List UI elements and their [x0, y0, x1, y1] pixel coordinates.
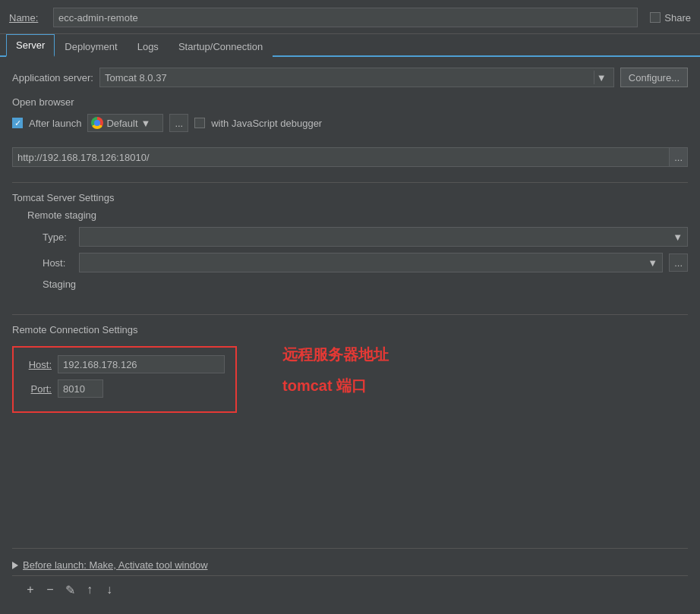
- app-server-select[interactable]: Tomcat 8.0.37 ▼: [99, 68, 614, 87]
- after-launch-label: After launch: [29, 118, 81, 129]
- tabs-row: Server Deployment Logs Startup/Connectio…: [0, 34, 700, 57]
- type-row: Type: ▼: [43, 227, 688, 247]
- bottom-toolbar: + − ✎ ↑ ↓: [12, 575, 688, 603]
- host-row: Host: ▼ ...: [43, 253, 688, 272]
- annotations: 远程服务器地址 tomcat 端口: [282, 345, 389, 396]
- before-launch-label: Before launch: Make, Activate tool windo…: [23, 559, 208, 571]
- conn-port-label: Port:: [24, 383, 52, 395]
- before-launch-row: Before launch: Make, Activate tool windo…: [12, 555, 688, 575]
- url-row: ...: [12, 147, 688, 167]
- type-select[interactable]: ▼: [79, 227, 688, 247]
- tomcat-settings-section: Tomcat Server Settings Remote staging Ty…: [12, 192, 688, 299]
- open-browser-row: ✓ After launch Default ▼ ... with JavaSc…: [12, 114, 688, 132]
- browser-dots-button[interactable]: ...: [169, 114, 188, 132]
- run-configuration-dialog: Name: Share Server Deployment Logs Start…: [0, 0, 700, 614]
- tomcat-settings-label: Tomcat Server Settings: [12, 192, 688, 203]
- conn-host-label: Host:: [24, 359, 52, 370]
- host-dropdown-arrow[interactable]: ▼: [648, 257, 657, 269]
- share-checkbox[interactable]: [650, 12, 661, 23]
- tab-server[interactable]: Server: [6, 34, 55, 57]
- annotation-host-text: 远程服务器地址: [282, 345, 389, 365]
- name-label: Name:: [9, 12, 47, 24]
- edit-button[interactable]: ✎: [61, 581, 79, 599]
- tab-logs[interactable]: Logs: [128, 36, 169, 57]
- conn-host-input[interactable]: [58, 355, 225, 373]
- conn-port-row: Port:: [24, 379, 225, 398]
- remote-conn-label: Remote Connection Settings: [12, 324, 688, 335]
- remote-staging-label: Remote staging: [27, 209, 688, 221]
- annotation-port-text: tomcat 端口: [282, 376, 389, 396]
- move-down-button[interactable]: ↓: [100, 581, 118, 599]
- conn-port-input[interactable]: [58, 379, 103, 398]
- browser-dropdown-arrow[interactable]: ▼: [141, 118, 151, 129]
- after-launch-checkbox[interactable]: ✓: [12, 118, 23, 128]
- name-input[interactable]: [53, 8, 638, 27]
- type-label: Type:: [43, 231, 73, 243]
- url-dots-button[interactable]: ...: [670, 147, 688, 167]
- type-dropdown-arrow[interactable]: ▼: [673, 231, 683, 243]
- remove-button[interactable]: −: [41, 581, 59, 599]
- url-input[interactable]: [12, 147, 670, 167]
- before-launch-section: Before launch: Make, Activate tool windo…: [12, 548, 688, 575]
- move-up-button[interactable]: ↑: [80, 581, 99, 599]
- open-browser-label: Open browser: [12, 96, 688, 108]
- app-server-label: Application server:: [12, 72, 93, 83]
- browser-select[interactable]: Default ▼: [87, 114, 163, 132]
- conn-host-row: Host:: [24, 355, 225, 373]
- app-server-row: Application server: Tomcat 8.0.37 ▼ Conf…: [12, 68, 688, 87]
- host-field-label: Host:: [43, 257, 73, 269]
- tab-startup-connection[interactable]: Startup/Connection: [169, 36, 273, 57]
- remote-connection-section: Remote Connection Settings Host: Port: 远…: [12, 324, 688, 413]
- host-dots-button[interactable]: ...: [669, 253, 688, 272]
- host-select[interactable]: ▼: [79, 253, 663, 272]
- share-area: Share: [650, 12, 691, 24]
- js-debugger-checkbox[interactable]: [194, 118, 205, 128]
- add-button[interactable]: +: [21, 581, 39, 599]
- before-launch-toggle[interactable]: [12, 562, 18, 569]
- staging-label: Staging: [43, 279, 688, 290]
- name-row: Name: Share: [0, 0, 700, 34]
- content-area: Application server: Tomcat 8.0.37 ▼ Conf…: [0, 57, 700, 614]
- configure-button[interactable]: Configure...: [620, 68, 688, 87]
- remote-conn-box: Host: Port:: [12, 346, 237, 413]
- browser-name: Default: [106, 118, 137, 129]
- app-server-value: Tomcat 8.0.37: [105, 72, 594, 83]
- share-label: Share: [664, 12, 691, 24]
- chrome-icon: [91, 117, 103, 129]
- tab-deployment[interactable]: Deployment: [55, 36, 127, 57]
- app-server-dropdown-arrow[interactable]: ▼: [594, 71, 609, 84]
- js-debugger-label: with JavaScript debugger: [211, 118, 322, 129]
- open-browser-section: Open browser ✓ After launch Default ▼ ..…: [12, 96, 688, 137]
